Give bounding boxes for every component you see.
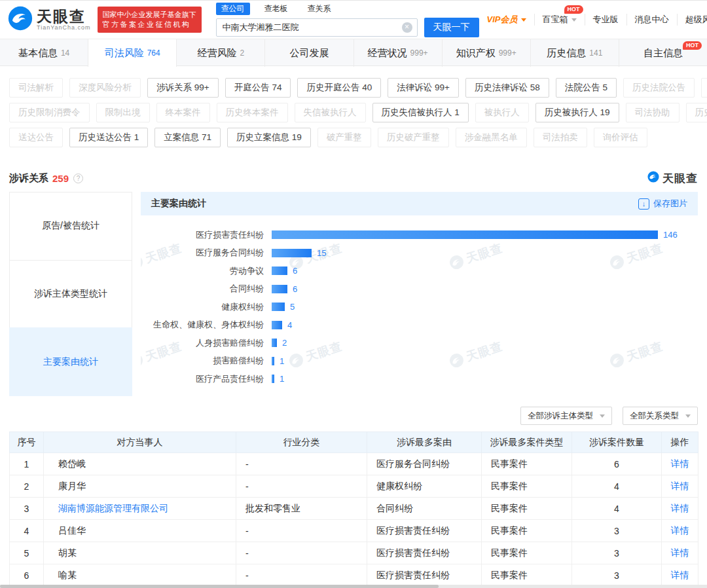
nav-item[interactable]: 专业版 xyxy=(585,14,626,26)
nav-item[interactable]: 消息中心 xyxy=(626,14,677,26)
filter-chip[interactable]: 立案信息 71 xyxy=(154,128,221,147)
detail-link[interactable]: 详情 xyxy=(671,481,689,491)
chart-value-label: 4 xyxy=(287,320,292,330)
table-header-cell: 操作 xyxy=(662,432,698,453)
cell-case-count: 4 xyxy=(572,475,662,498)
chart-bar[interactable] xyxy=(272,249,312,257)
sidebar-item[interactable]: 主要案由统计 xyxy=(9,327,132,396)
chevron-down-icon xyxy=(571,18,577,22)
chart-bar[interactable] xyxy=(272,339,277,347)
chart-row: 合同纠纷6 xyxy=(141,280,698,299)
filter-chip[interactable]: 法律诉讼 99+ xyxy=(388,78,459,98)
tianyancha-logo[interactable]: 天眼查 TianYanCha.com xyxy=(8,6,91,33)
cell-top-cause: 健康权纠纷 xyxy=(367,475,482,498)
cell-counterparty: 康月华 xyxy=(44,475,236,498)
filter-chip[interactable]: 历史立案信息 19 xyxy=(227,128,311,147)
nav-item-label: 消息中心 xyxy=(635,14,669,26)
litigation-table: 序号对方当事人行业分类涉诉最多案由涉诉最多案件类型涉诉案件数量操作 1赖岱峨-医… xyxy=(9,432,698,587)
filter-chip[interactable]: 法院公告 5 xyxy=(556,78,617,98)
main-tab[interactable]: 历史信息141 xyxy=(531,39,619,67)
search-type-tab[interactable]: 查关系 xyxy=(302,3,336,15)
detail-link[interactable]: 详情 xyxy=(671,570,689,580)
cell-action: 详情 xyxy=(662,453,698,475)
main-tab[interactable]: 司法风险764 xyxy=(88,39,177,67)
nav-item[interactable]: VIP会员 xyxy=(479,14,534,26)
filter-chip: 涉金融黑名单 xyxy=(456,128,527,147)
chart-sidebar: 原告/被告统计涉诉主体类型统计主要案由统计 xyxy=(9,192,132,396)
cell-action: 详情 xyxy=(662,564,698,587)
chart-bar[interactable] xyxy=(272,357,274,365)
main-tab[interactable]: 知识产权999+ xyxy=(443,39,531,67)
chart-bar[interactable] xyxy=(272,303,285,311)
detail-link[interactable]: 详情 xyxy=(671,525,689,536)
table-row: 1赖岱峨-医疗服务合同纠纷民事案件6详情 xyxy=(10,453,698,475)
main-tab[interactable]: 基本信息14 xyxy=(0,39,88,67)
save-image-button[interactable]: ↓ 保存图片 xyxy=(638,198,687,210)
nav-item[interactable]: 超级风火... xyxy=(677,14,707,26)
cell-industry: - xyxy=(236,564,367,587)
detail-link[interactable]: 详情 xyxy=(671,503,689,513)
horizontal-scrollbar[interactable] xyxy=(0,585,707,588)
chart-bar[interactable] xyxy=(272,375,274,383)
detail-link[interactable]: 详情 xyxy=(671,458,689,469)
chart-row: 劳动争议6 xyxy=(141,262,698,280)
chart-bar[interactable] xyxy=(272,285,287,293)
table-header-cell: 对方当事人 xyxy=(44,432,236,453)
company-link[interactable]: 湖南博源能源管理有限公司 xyxy=(58,503,168,513)
filter-chip[interactable]: 历史开庭公告 40 xyxy=(297,78,381,98)
cell-counterparty: 湖南博源能源管理有限公司 xyxy=(44,498,236,520)
search-type-tab[interactable]: 查老板 xyxy=(259,3,293,15)
main-tab[interactable]: 公司发展 xyxy=(265,39,354,67)
main-tab[interactable]: 经营状况999+ xyxy=(354,39,443,67)
chart-row: 医疗产品责任纠纷1 xyxy=(141,370,698,388)
sidebar-item[interactable]: 原告/被告统计 xyxy=(9,192,132,261)
chart-category-label: 劳动争议 xyxy=(141,265,272,277)
cell-case-count: 3 xyxy=(572,564,662,587)
chart-bar[interactable] xyxy=(272,321,282,329)
filter-chip[interactable]: 涉诉关系 99+ xyxy=(147,78,219,98)
filter-chip: 终本案件 xyxy=(156,103,210,122)
filter-chip: 历史司法协助 xyxy=(686,103,707,122)
chart-bar[interactable] xyxy=(272,266,287,275)
help-icon[interactable]: ? xyxy=(73,174,83,183)
top-nav: VIP会员百宝箱HOT专业版消息中心超级风火... xyxy=(479,14,707,26)
cell-industry: - xyxy=(236,542,367,564)
cell-action: 详情 xyxy=(662,498,698,520)
dropdown-label: 全部关系类型 xyxy=(630,411,679,422)
detail-link[interactable]: 详情 xyxy=(671,547,689,558)
chart-row: 人身损害赔偿纠纷2 xyxy=(141,334,698,352)
cell-case-type: 民事案件 xyxy=(482,498,572,520)
chart-value-label: 6 xyxy=(293,266,297,276)
filter-chip[interactable]: 历史法律诉讼 58 xyxy=(465,78,549,98)
main-tab[interactable]: 自主信息HOT xyxy=(619,39,707,67)
cell-industry: 批发和零售业 xyxy=(236,498,367,520)
table-header-cell: 序号 xyxy=(10,432,44,453)
filter-chip: 历史破产重整 xyxy=(378,128,449,147)
brand-watermark-logo: 天眼查 xyxy=(647,171,698,186)
dropdown-select[interactable]: 全部关系类型 xyxy=(623,407,698,425)
tab-label: 自主信息 xyxy=(644,47,683,60)
tab-label: 公司发展 xyxy=(289,47,329,60)
main-tab[interactable]: 经营风险2 xyxy=(177,39,265,67)
filter-chip[interactable]: 历史失信被执行人 1 xyxy=(372,103,469,122)
filter-chip[interactable]: 历史被执行人 19 xyxy=(535,103,619,122)
nav-item-label: 专业版 xyxy=(593,14,619,26)
filter-chip[interactable]: 开庭公告 74 xyxy=(225,78,291,98)
filter-chip: 深度风险分析 xyxy=(69,78,141,98)
table-body: 1赖岱峨-医疗服务合同纠纷民事案件6详情2康月华-健康权纠纷民事案件4详情3湖南… xyxy=(10,453,698,587)
nav-item[interactable]: 百宝箱HOT xyxy=(534,14,585,26)
cell-counterparty: 胡某 xyxy=(44,542,236,564)
scrollbar-thumb[interactable] xyxy=(0,585,439,588)
filter-chip: 送达公告 xyxy=(9,128,63,147)
clear-input-icon[interactable]: × xyxy=(402,22,412,33)
search-type-tab[interactable]: 查公司 xyxy=(216,3,250,15)
logo-text: 天眼查 TianYanCha.com xyxy=(37,9,91,31)
cell-action: 详情 xyxy=(662,520,698,542)
dropdown-select[interactable]: 全部涉诉主体类型 xyxy=(520,407,612,425)
filter-chip[interactable]: 历史送达公告 1 xyxy=(69,128,148,147)
chart-category-label: 损害赔偿纠纷 xyxy=(141,355,272,367)
chart-bar[interactable] xyxy=(272,230,658,239)
sidebar-item[interactable]: 涉诉主体类型统计 xyxy=(9,260,132,329)
search-button[interactable]: 天眼一下 xyxy=(424,18,479,37)
search-input[interactable] xyxy=(216,18,418,37)
